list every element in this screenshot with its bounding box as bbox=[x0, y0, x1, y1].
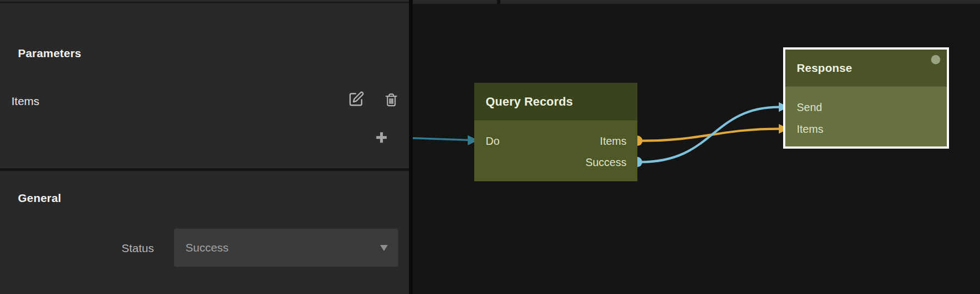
edge-success-to-send[interactable] bbox=[641, 102, 789, 162]
properties-panel: Parameters Items General Status bbox=[0, 0, 409, 294]
edge-incoming-do[interactable] bbox=[413, 136, 477, 145]
node-status-dot-icon bbox=[931, 55, 940, 64]
panel-canvas-divider bbox=[409, 0, 413, 294]
edge-line bbox=[413, 138, 468, 140]
chevron-down-icon bbox=[380, 245, 388, 251]
input-label-do: Do bbox=[486, 135, 500, 148]
plus-icon bbox=[374, 130, 389, 145]
flow-editor: Parameters Items General Status bbox=[0, 0, 980, 294]
flow-canvas[interactable]: Query Records Do Items Success Response … bbox=[413, 0, 980, 294]
input-label-send: Send bbox=[797, 101, 822, 114]
pencil-square-icon bbox=[348, 91, 364, 107]
node-header[interactable]: Query Records bbox=[474, 83, 637, 120]
trash-icon bbox=[384, 93, 399, 107]
add-parameter-button[interactable] bbox=[374, 130, 389, 145]
panel-top-border bbox=[0, 2, 409, 3]
section-divider bbox=[0, 168, 409, 171]
input-label-items: Items bbox=[797, 123, 823, 136]
parameters-section-title: Parameters bbox=[18, 47, 81, 60]
node-body: Send Items bbox=[785, 87, 947, 146]
status-dropdown[interactable]: Success bbox=[174, 229, 398, 267]
status-dropdown-value: Success bbox=[185, 241, 228, 254]
node-title: Query Records bbox=[486, 95, 573, 109]
output-label-success: Success bbox=[585, 156, 627, 169]
node-title: Response bbox=[797, 62, 852, 75]
node-response[interactable]: Response Send Items bbox=[783, 47, 949, 149]
output-label-items: Items bbox=[600, 135, 627, 148]
parameter-name-label: Items bbox=[11, 95, 39, 108]
general-section-title: General bbox=[18, 192, 61, 205]
node-header[interactable]: Response bbox=[785, 50, 947, 87]
status-field-label: Status bbox=[92, 242, 154, 255]
node-body: Do Items Success bbox=[474, 120, 637, 181]
node-query-records[interactable]: Query Records Do Items Success bbox=[474, 83, 637, 181]
edit-parameter-button[interactable] bbox=[348, 91, 364, 107]
delete-parameter-button[interactable] bbox=[384, 93, 399, 107]
